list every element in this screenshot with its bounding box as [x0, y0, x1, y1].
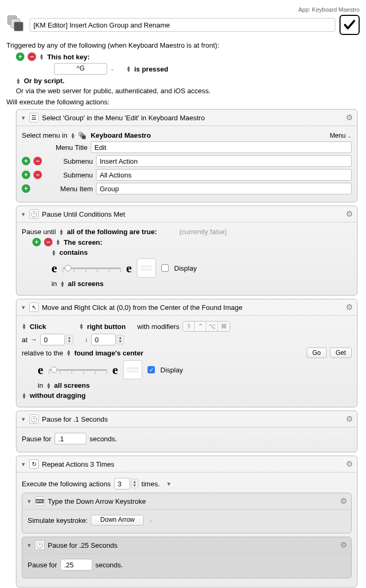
modifier-buttons[interactable]: ⇧⌃⌥⌘: [182, 321, 230, 332]
action-title: Pause Until Conditions Met: [42, 210, 125, 218]
fuzz-slider[interactable]: [49, 366, 107, 374]
disclosure-icon[interactable]: [21, 115, 26, 121]
menu-title-input[interactable]: [91, 141, 352, 153]
submenu2-input[interactable]: [96, 169, 352, 181]
action-pause-25[interactable]: 🕐 Pause for .25 Seconds ⚙ Pause for seco…: [22, 537, 352, 578]
hotkey-menu[interactable]: ⌄: [110, 66, 115, 72]
disclosure-icon[interactable]: [27, 542, 32, 548]
contains-label: contains: [59, 248, 88, 256]
relative-value: found image's center: [74, 349, 143, 357]
action-title: Pause for .1 Seconds: [42, 415, 108, 423]
times-disclosure-icon[interactable]: [166, 481, 171, 487]
go-button[interactable]: Go: [307, 348, 327, 358]
y-stepper[interactable]: ▲▼: [117, 335, 124, 344]
button-stepper[interactable]: [79, 323, 84, 329]
app-name: Keyboard Maestro: [91, 131, 151, 139]
action-pause-1[interactable]: 🕐 Pause for .1 Seconds ⚙ Pause for secon…: [16, 411, 358, 452]
action-pause-until[interactable]: 🕐 Pause Until Conditions Met ⚙ Pause unt…: [16, 206, 358, 296]
click-label: Click: [30, 323, 46, 331]
pause-value-input[interactable]: [55, 433, 86, 444]
action-title: Move and Right Click at (0,0) from the C…: [42, 304, 242, 311]
remove-submenu-button[interactable]: −: [33, 171, 42, 179]
exec-intro: Will execute the following actions:: [6, 98, 360, 106]
repeat-icon: ↻: [29, 459, 39, 469]
disclosure-icon[interactable]: [21, 416, 26, 422]
contains-stepper[interactable]: [51, 250, 56, 256]
add-menuitem-button[interactable]: +: [22, 184, 30, 193]
or-web: Or via the web server for public, authen…: [16, 87, 211, 95]
disclosure-icon[interactable]: [21, 461, 26, 467]
gear-icon[interactable]: ⚙: [346, 302, 353, 312]
cmd-modifier-icon: ⌘: [218, 322, 230, 331]
submenu1-input[interactable]: [96, 155, 352, 167]
chevron-down-icon[interactable]: ⌄: [149, 518, 153, 523]
click-stepper[interactable]: [22, 323, 27, 329]
image-well[interactable]: [137, 259, 156, 278]
keyboard-icon: ⌨: [35, 496, 45, 506]
hotkey-mode-stepper[interactable]: [126, 66, 131, 72]
pause-value-input[interactable]: [60, 559, 92, 571]
arrow-down-icon: ↓: [85, 336, 88, 343]
trigger-stepper[interactable]: [39, 54, 44, 60]
image-well[interactable]: [123, 360, 142, 379]
app-stepper[interactable]: [71, 132, 75, 139]
disclosure-icon[interactable]: [21, 211, 26, 217]
relative-label: relative to the: [22, 349, 63, 357]
pause-label: Pause for: [28, 561, 57, 569]
action-title: Pause for .25 Seconds: [48, 541, 118, 549]
x-stepper[interactable]: ▲▼: [66, 335, 73, 344]
display-checkbox[interactable]: [161, 264, 169, 272]
script-stepper[interactable]: [16, 78, 21, 84]
display-checkbox[interactable]: ✓: [147, 366, 155, 373]
display-label: Display: [160, 366, 183, 374]
macro-title-input[interactable]: [30, 18, 335, 32]
condition-stepper[interactable]: [56, 239, 60, 245]
remove-condition-button[interactable]: −: [44, 238, 53, 246]
hotkey-input[interactable]: ^G: [54, 63, 107, 75]
repeat-stepper[interactable]: ▲▼: [131, 479, 138, 488]
submenu2-label: Submenu: [45, 171, 93, 179]
disclosure-icon[interactable]: [21, 305, 26, 310]
disclosure-icon[interactable]: [27, 498, 32, 504]
enable-toggle[interactable]: [339, 15, 360, 35]
relative-stepper[interactable]: [66, 350, 71, 356]
gear-icon[interactable]: ⚙: [346, 459, 353, 469]
gear-icon[interactable]: ⚙: [346, 414, 353, 424]
repeat-count-input[interactable]: [114, 478, 130, 489]
action-title: Repeat Actions 3 Times: [42, 460, 115, 468]
seconds-label: seconds.: [95, 561, 123, 569]
fuzz-slider[interactable]: [63, 264, 121, 272]
x-input[interactable]: [40, 334, 65, 345]
gear-icon[interactable]: ⚙: [346, 209, 353, 219]
menu-dropdown[interactable]: Menu ⌄: [330, 132, 352, 139]
mode-stepper[interactable]: [59, 229, 64, 235]
action-click[interactable]: ↖ Move and Right Click at (0,0) from the…: [16, 299, 358, 407]
select-in-label: Select menu in: [22, 131, 67, 139]
menu-item-input[interactable]: [96, 183, 352, 194]
in-label: in: [51, 280, 57, 288]
gear-icon[interactable]: ⚙: [340, 540, 347, 550]
scope-label: all screens: [68, 280, 103, 288]
gear-icon[interactable]: ⚙: [346, 113, 353, 122]
action-select-menu[interactable]: ☰ Select 'Group' in the Menu 'Edit' in K…: [16, 109, 358, 202]
gear-icon[interactable]: ⚙: [340, 496, 347, 506]
scope-stepper[interactable]: [60, 281, 65, 287]
get-button[interactable]: Get: [330, 348, 352, 358]
remove-submenu-button[interactable]: −: [33, 157, 42, 165]
add-trigger-button[interactable]: +: [16, 52, 24, 61]
add-submenu-button[interactable]: +: [22, 157, 30, 165]
action-title: Select 'Group' in the Menu 'Edit' in Key…: [42, 114, 205, 122]
add-condition-button[interactable]: +: [32, 238, 41, 246]
drag-stepper[interactable]: [22, 393, 27, 399]
remove-trigger-button[interactable]: −: [28, 52, 36, 61]
action-repeat[interactable]: ↻ Repeat Actions 3 Times ⚙ Execute the f…: [16, 456, 358, 587]
modifiers-label: with modifiers: [137, 323, 179, 331]
hotkey-label: This hot key:: [47, 53, 90, 61]
add-submenu-button[interactable]: +: [22, 171, 30, 179]
repeat-label: Execute the following actions: [22, 480, 111, 488]
app-mini-icon: [79, 132, 86, 139]
y-input[interactable]: [91, 334, 116, 345]
scope-stepper[interactable]: [46, 382, 51, 389]
keystroke-select[interactable]: Down Arrow: [91, 515, 144, 525]
action-type-down[interactable]: ⌨ Type the Down Arrow Keystroke ⚙ Simula…: [22, 493, 352, 533]
